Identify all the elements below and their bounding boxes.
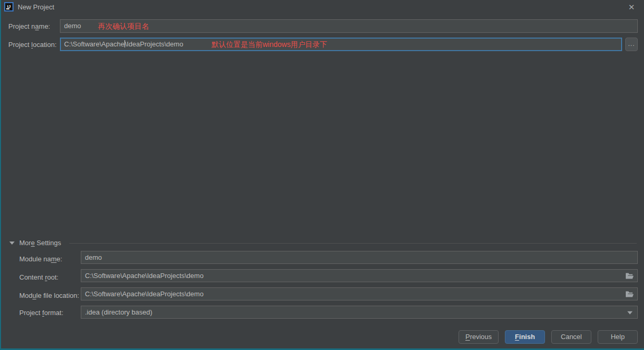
module-name-value: demo xyxy=(85,254,102,261)
project-name-label: Project name: xyxy=(8,22,50,30)
title-bar: IJ New Project ✕ xyxy=(1,0,644,15)
module-name-label: Module name: xyxy=(19,255,62,263)
project-location-annotation: 默认位置是当前windows用户目录下 xyxy=(212,39,327,51)
section-separator xyxy=(69,243,637,244)
folder-icon[interactable] xyxy=(625,291,634,298)
content-root-value: C:\Software\Apache\IdeaProjects\demo xyxy=(85,272,204,280)
module-name-input[interactable]: demo xyxy=(81,251,638,264)
more-settings-toggle[interactable]: More Settings xyxy=(1,237,644,249)
project-location-input[interactable]: C:\Software\Apache\IdeaProjects\demo 默认位… xyxy=(60,38,622,51)
close-icon[interactable]: ✕ xyxy=(624,0,639,15)
project-location-value-before-caret: C:\Software\Apache xyxy=(64,40,125,48)
intellij-app-icon: IJ xyxy=(4,2,14,11)
dropdown-arrow-icon[interactable] xyxy=(627,311,633,314)
cancel-button[interactable]: Cancel xyxy=(551,330,591,344)
new-project-dialog: IJ New Project ✕ Project name: demo 再次确认… xyxy=(0,0,644,350)
project-location-value-after-caret: \IdeaProjects\demo xyxy=(125,40,183,48)
content-root-label: Content root: xyxy=(19,273,58,281)
module-file-location-input[interactable]: C:\Software\Apache\IdeaProjects\demo xyxy=(81,287,638,300)
browse-button[interactable]: ... xyxy=(625,38,638,51)
project-format-label: Project format: xyxy=(19,309,64,317)
finish-button[interactable]: Finish xyxy=(505,330,545,344)
module-file-location-value: C:\Software\Apache\IdeaProjects\demo xyxy=(85,290,204,298)
content-root-input[interactable]: C:\Software\Apache\IdeaProjects\demo xyxy=(81,269,638,282)
project-name-annotation: 再次确认项目名 xyxy=(98,20,149,32)
app-icon-underscore xyxy=(6,8,9,9)
window-title: New Project xyxy=(18,0,54,15)
chevron-down-icon[interactable] xyxy=(9,242,15,245)
folder-icon[interactable] xyxy=(625,272,634,280)
previous-button[interactable]: Previous xyxy=(459,330,499,344)
project-format-select[interactable]: .idea (directory based) xyxy=(81,306,638,319)
project-location-label: Project location: xyxy=(8,41,57,49)
project-name-value: demo xyxy=(64,22,81,30)
help-button[interactable]: Help xyxy=(598,330,638,344)
project-name-input[interactable]: demo 再次确认项目名 xyxy=(60,19,638,33)
more-settings-label: More Settings xyxy=(19,239,61,247)
project-format-value: .idea (directory based) xyxy=(85,308,152,316)
module-file-location-label: Module file location: xyxy=(19,292,79,299)
